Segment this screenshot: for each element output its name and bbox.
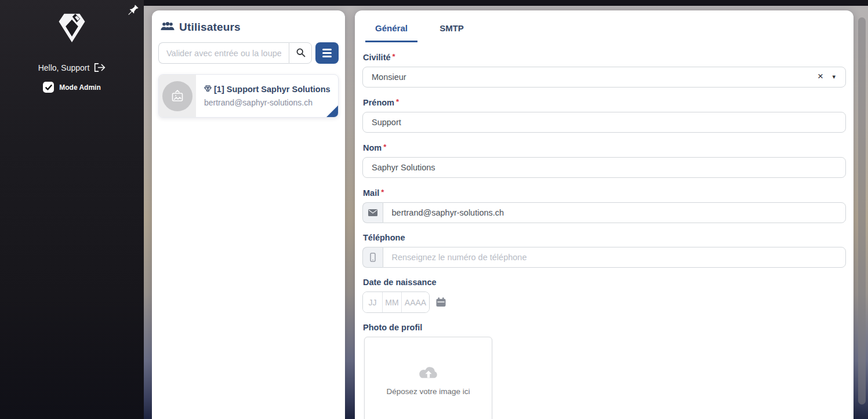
day-field[interactable] — [363, 292, 382, 312]
user-detail-panel: Général SMTP Civilité* Monsieur × ▾ Prén… — [355, 10, 854, 419]
users-group-icon — [161, 21, 175, 33]
search-icon — [296, 48, 306, 59]
mode-admin-label: Mode Admin — [59, 83, 101, 92]
hamburger-icon — [322, 56, 332, 57]
required-asterisk: * — [381, 188, 384, 196]
civilite-select[interactable]: Monsieur × ▾ — [362, 67, 846, 88]
hamburger-icon — [322, 49, 332, 50]
avatar-strip — [159, 75, 196, 117]
tab-bar: Général SMTP — [362, 19, 847, 42]
mobile-phone-icon — [362, 247, 383, 268]
month-field[interactable] — [382, 292, 401, 312]
mode-admin-toggle[interactable]: Mode Admin — [0, 82, 144, 93]
cloud-upload-icon — [417, 365, 440, 383]
panel-title: Utilisateurs — [179, 21, 241, 34]
list-options-button[interactable] — [315, 42, 339, 64]
telephone-label: Téléphone — [363, 233, 846, 242]
prenom-field[interactable] — [362, 112, 846, 133]
date-naissance-label: Date de naissance — [363, 278, 846, 287]
clear-icon[interactable]: × — [818, 71, 823, 81]
sidebar: Hello, Support Mode Admin — [0, 0, 144, 419]
saphyr-logo — [57, 12, 86, 46]
logout-icon[interactable] — [94, 63, 106, 72]
required-asterisk: * — [393, 52, 395, 61]
mail-field[interactable] — [383, 202, 847, 223]
required-asterisk: * — [396, 97, 399, 106]
search-input[interactable] — [158, 42, 289, 64]
nom-field[interactable] — [362, 157, 846, 178]
search-button[interactable] — [289, 42, 312, 64]
year-field[interactable] — [401, 292, 429, 312]
selected-fold-marker — [326, 105, 338, 117]
date-of-birth-group — [362, 292, 430, 313]
dropzone-text: Déposez votre image ici — [386, 387, 470, 396]
user-list-item[interactable]: [1] Support Saphyr Solutions bertrand@sa… — [158, 74, 339, 118]
civilite-label: Civilité* — [363, 52, 846, 62]
required-asterisk: * — [383, 143, 386, 151]
chevron-down-icon[interactable]: ▾ — [832, 74, 836, 80]
mail-label: Mail* — [363, 188, 846, 198]
users-panel: Utilisateurs — [152, 10, 345, 419]
tab-smtp[interactable]: SMTP — [426, 19, 478, 42]
nom-label: Nom* — [363, 143, 846, 152]
hamburger-icon — [322, 52, 332, 54]
civilite-value: Monsieur — [372, 72, 406, 82]
gem-icon — [204, 85, 212, 94]
user-item-title: [1] Support Saphyr Solutions — [214, 85, 331, 94]
photo-profil-label: Photo de profil — [363, 323, 846, 332]
user-item-email: bertrand@saphyr-solutions.ch — [204, 98, 338, 107]
calendar-icon[interactable] — [436, 297, 446, 307]
greeting-text: Hello, Support — [38, 63, 90, 72]
envelope-icon — [362, 202, 383, 223]
telephone-field[interactable] — [383, 247, 847, 268]
tab-general[interactable]: Général — [365, 19, 417, 42]
prenom-label: Prénom* — [363, 97, 846, 107]
scrollbar[interactable] — [858, 17, 866, 405]
photo-dropzone[interactable]: Déposez votre image ici — [364, 337, 492, 419]
avatar — [162, 81, 193, 111]
mode-admin-checkbox[interactable] — [43, 82, 54, 93]
